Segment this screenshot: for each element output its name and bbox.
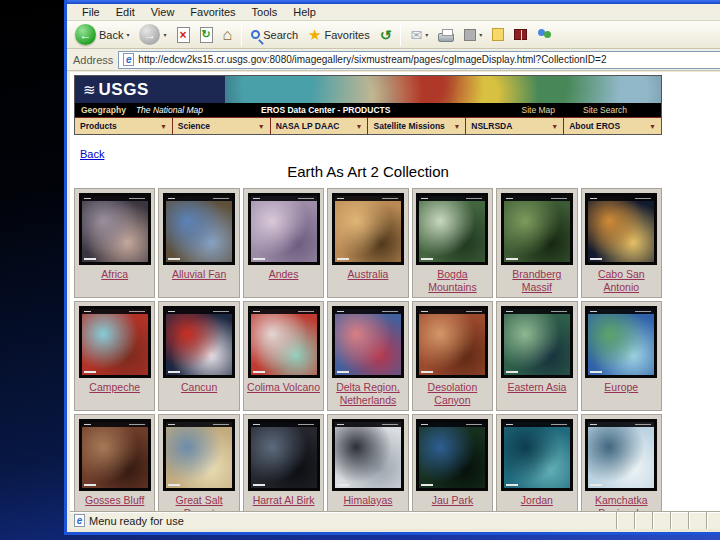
gallery-item-link[interactable]: Andes xyxy=(269,268,299,281)
refresh-button[interactable]: ↻ xyxy=(196,26,217,44)
home-button[interactable]: ⌂ xyxy=(219,26,237,44)
thumbnail-caption-bar xyxy=(588,309,654,314)
stop-button[interactable]: × xyxy=(173,26,194,44)
gallery-item-link[interactable]: Himalayas xyxy=(343,494,392,507)
menu-item[interactable]: Help xyxy=(286,5,323,19)
gallery-item-link[interactable]: Kamchatka Peninsula xyxy=(582,494,661,511)
satellite-thumbnail[interactable] xyxy=(163,193,235,265)
mail-button[interactable]: ✉ ▾ xyxy=(406,27,432,43)
edit-dropdown-icon[interactable]: ▾ xyxy=(479,31,482,38)
nav-dropdown-item[interactable]: Satellite Missions ▼ xyxy=(368,118,466,134)
gallery-item: Cabo San Antonio xyxy=(581,188,662,298)
nav-dropdown-item[interactable]: NASA LP DAAC ▼ xyxy=(271,118,369,134)
satellite-thumbnail[interactable] xyxy=(79,193,151,265)
satellite-thumbnail[interactable] xyxy=(416,306,488,378)
gallery-item-link[interactable]: Great Salt Desert xyxy=(159,494,238,511)
discuss-button[interactable] xyxy=(488,27,508,42)
gallery-item-link[interactable]: Gosses Bluff xyxy=(85,494,144,507)
gallery-item-link[interactable]: Harrat Al Birk xyxy=(253,494,315,507)
satellite-thumbnail[interactable] xyxy=(501,306,573,378)
forward-dropdown-icon[interactable]: ▾ xyxy=(163,31,166,38)
page-title: Earth As Art 2 Collection xyxy=(74,163,662,180)
nav-dropdown-item[interactable]: Products ▼ xyxy=(75,118,173,134)
thumbnail-scale-bar xyxy=(590,258,602,260)
nav-dropdown-item[interactable]: Science ▼ xyxy=(173,118,271,134)
status-panes xyxy=(616,512,720,529)
usgs-subheader-bar: Geography The National Map EROS Data Cen… xyxy=(75,103,661,117)
satellite-thumbnail[interactable] xyxy=(248,419,320,491)
gallery-item-link[interactable]: Campeche xyxy=(89,381,140,394)
discuss-icon xyxy=(492,28,504,41)
gallery-item-link[interactable]: Alluvial Fan xyxy=(172,268,226,281)
satellite-thumbnail[interactable] xyxy=(248,193,320,265)
satellite-thumbnail[interactable] xyxy=(585,193,657,265)
gallery-item-link[interactable]: Desolation Canyon xyxy=(413,381,492,406)
thumbnail-caption-bar xyxy=(588,422,654,427)
menu-item[interactable]: View xyxy=(144,5,182,19)
thumbnail-scale-bar xyxy=(253,371,265,373)
gallery-item-link[interactable]: Europe xyxy=(604,381,638,394)
usgs-site-header: ≋ USGS Geography The National Map EROS D… xyxy=(74,75,662,135)
nav-dropdown-item[interactable]: About EROS ▼ xyxy=(564,118,661,134)
national-map-link[interactable]: The National Map xyxy=(136,105,203,115)
history-button[interactable]: ↺ xyxy=(376,27,396,43)
menu-item[interactable]: Favorites xyxy=(183,5,242,19)
gallery-item-link[interactable]: Eastern Asia xyxy=(507,381,566,394)
satellite-thumbnail[interactable] xyxy=(332,419,404,491)
back-button[interactable]: ← Back ▾ xyxy=(71,23,133,46)
status-pane xyxy=(688,512,706,529)
satellite-thumbnail[interactable] xyxy=(332,306,404,378)
thumbnail-scale-bar xyxy=(84,484,96,486)
nav-dropdown-item[interactable]: NSLRSDA ▼ xyxy=(466,118,564,134)
gallery-item: Jordan xyxy=(496,414,577,511)
gallery-item-link[interactable]: Colima Volcano xyxy=(247,381,320,394)
search-icon xyxy=(251,30,260,39)
satellite-thumbnail[interactable] xyxy=(79,419,151,491)
toolbar-separator xyxy=(241,24,242,46)
print-button[interactable] xyxy=(434,27,458,43)
satellite-thumbnail[interactable] xyxy=(163,306,235,378)
gallery-item-link[interactable]: Jau Park xyxy=(432,494,473,507)
mail-dropdown-icon[interactable]: ▾ xyxy=(425,31,428,38)
gallery-item-link[interactable]: Delta Region, Netherlands xyxy=(328,381,407,406)
satellite-thumbnail[interactable] xyxy=(585,306,657,378)
research-button[interactable] xyxy=(510,28,531,41)
satellite-thumbnail[interactable] xyxy=(332,193,404,265)
page-back-link[interactable]: Back xyxy=(80,148,104,160)
menu-item[interactable]: Edit xyxy=(109,5,142,19)
forward-button[interactable]: → ▾ xyxy=(135,23,170,46)
address-input[interactable]: e http://edcw2ks15.cr.usgs.gov:8080/imag… xyxy=(118,51,720,69)
back-dropdown-icon[interactable]: ▾ xyxy=(126,31,129,38)
usgs-logo[interactable]: ≋ USGS xyxy=(75,76,225,103)
messenger-icon xyxy=(537,28,553,41)
gallery-item-link[interactable]: Brandberg Massif xyxy=(497,268,576,293)
usgs-logo-text: USGS xyxy=(99,80,149,100)
satellite-thumbnail[interactable] xyxy=(416,419,488,491)
gallery-item-link[interactable]: Bogda Mountains xyxy=(413,268,492,293)
site-map-link[interactable]: Site Map xyxy=(522,105,556,115)
satellite-thumbnail[interactable] xyxy=(79,306,151,378)
satellite-thumbnail[interactable] xyxy=(585,419,657,491)
gallery-item-link[interactable]: Africa xyxy=(101,268,128,281)
messenger-button[interactable] xyxy=(533,27,557,42)
gallery-item-link[interactable]: Cabo San Antonio xyxy=(582,268,661,293)
gallery-item-link[interactable]: Cancun xyxy=(181,381,217,394)
favorites-button[interactable]: ★ Favorites xyxy=(304,26,374,43)
site-search-link[interactable]: Site Search xyxy=(583,105,627,115)
satellite-thumbnail[interactable] xyxy=(163,419,235,491)
search-button[interactable]: Search xyxy=(247,28,302,42)
satellite-thumbnail[interactable] xyxy=(416,193,488,265)
geography-link[interactable]: Geography xyxy=(81,105,126,115)
thumbnail-scale-bar xyxy=(506,258,518,260)
edit-button[interactable]: ▾ xyxy=(460,28,486,42)
menu-item[interactable]: File xyxy=(75,5,107,19)
gallery-item-link[interactable]: Jordan xyxy=(521,494,553,507)
satellite-thumbnail[interactable] xyxy=(248,306,320,378)
satellite-thumbnail[interactable] xyxy=(501,193,573,265)
nav-item-label: NASA LP DAAC xyxy=(276,121,340,131)
favorites-star-icon: ★ xyxy=(308,27,321,42)
gallery-item-link[interactable]: Australia xyxy=(348,268,389,281)
satellite-thumbnail[interactable] xyxy=(501,419,573,491)
thumbnail-caption-bar xyxy=(419,196,485,201)
menu-item[interactable]: Tools xyxy=(245,5,285,19)
